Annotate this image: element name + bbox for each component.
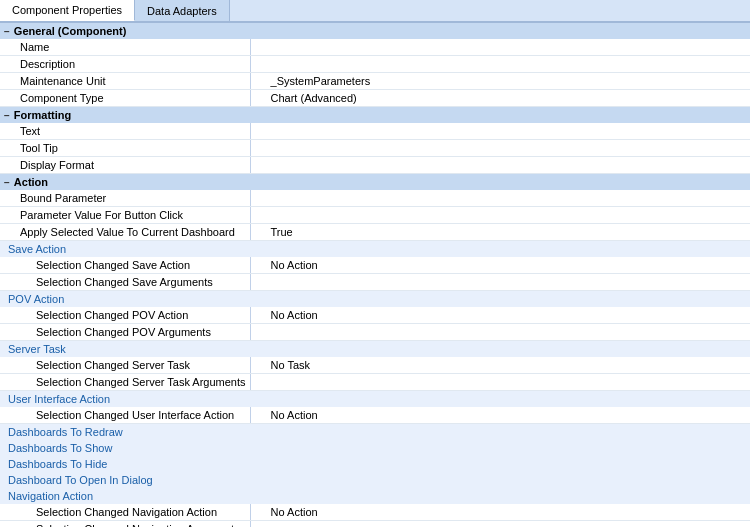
property-row-selection-changed-save-arguments: Selection Changed Save Arguments (0, 274, 750, 291)
subsection-dashboards-to-redraw: Dashboards To Redraw (0, 424, 750, 441)
tab-component-properties[interactable]: Component Properties (0, 0, 135, 21)
property-row-text: Text (0, 123, 750, 140)
property-row-selection-changed-server-task-arguments: Selection Changed Server Task Arguments (0, 374, 750, 391)
subsection-server-task: Server Task (0, 341, 750, 358)
property-row-tool-tip: Tool Tip (0, 140, 750, 157)
section-header-action[interactable]: −Action (0, 174, 750, 191)
property-row-name: Name (0, 39, 750, 56)
properties-panel: −General (Component)NameDescriptionMaint… (0, 22, 750, 527)
property-row-selection-changed-pov-arguments: Selection Changed POV Arguments (0, 324, 750, 341)
expand-icon: − (4, 26, 10, 37)
subsection-dashboard-to-open-in-dialog: Dashboard To Open In Dialog (0, 472, 750, 488)
property-row-bound-parameter: Bound Parameter (0, 190, 750, 207)
section-header-general[interactable]: −General (Component) (0, 23, 750, 40)
properties-table: −General (Component)NameDescriptionMaint… (0, 22, 750, 527)
section-header-formatting[interactable]: −Formatting (0, 107, 750, 124)
property-row-description: Description (0, 56, 750, 73)
app-container: Component Properties Data Adapters −Gene… (0, 0, 750, 527)
property-row-selection-changed-user-interface-action: Selection Changed User Interface ActionN… (0, 407, 750, 424)
subsection-user-interface-action: User Interface Action (0, 391, 750, 408)
property-row-display-format: Display Format (0, 157, 750, 174)
property-row-parameter-value-for-button-click: Parameter Value For Button Click (0, 207, 750, 224)
subsection-save-action: Save Action (0, 241, 750, 258)
tab-data-adapters[interactable]: Data Adapters (135, 0, 230, 21)
expand-icon: − (4, 177, 10, 188)
property-row-maintenance-unit: Maintenance Unit_SystemParameters (0, 73, 750, 90)
subsection-dashboards-to-show: Dashboards To Show (0, 440, 750, 456)
property-row-selection-changed-navigation-action: Selection Changed Navigation ActionNo Ac… (0, 504, 750, 521)
property-row-component-type: Component TypeChart (Advanced) (0, 90, 750, 107)
property-row-apply-selected-value-to-current-dashboard: Apply Selected Value To Current Dashboar… (0, 224, 750, 241)
subsection-dashboards-to-hide: Dashboards To Hide (0, 456, 750, 472)
expand-icon: − (4, 110, 10, 121)
tabs-bar: Component Properties Data Adapters (0, 0, 750, 22)
property-row-selection-changed-pov-action: Selection Changed POV ActionNo Action (0, 307, 750, 324)
property-row-selection-changed-navigation-arguments: Selection Changed Navigation Arguments (0, 521, 750, 528)
property-row-selection-changed-save-action: Selection Changed Save ActionNo Action (0, 257, 750, 274)
property-row-selection-changed-server-task: Selection Changed Server TaskNo Task (0, 357, 750, 374)
subsection-pov-action: POV Action (0, 291, 750, 308)
subsection-navigation-action: Navigation Action (0, 488, 750, 504)
